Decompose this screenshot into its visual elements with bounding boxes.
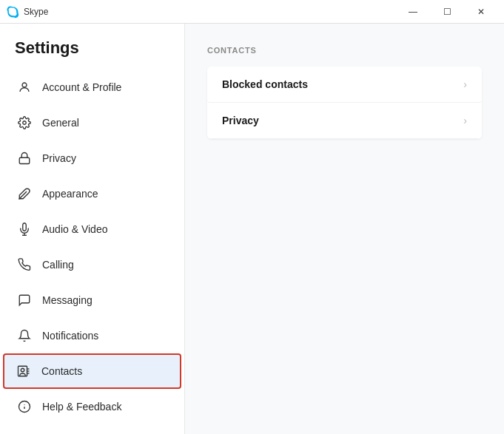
sidebar-item-label: Help & Feedback (42, 401, 121, 413)
gear-icon (17, 115, 32, 130)
privacy-label: Privacy (222, 115, 259, 126)
chevron-right-icon: › (463, 78, 467, 90)
section-label: CONTACTS (207, 46, 482, 55)
svg-point-1 (23, 121, 27, 125)
skype-logo-icon (6, 5, 19, 18)
blocked-contacts-label: Blocked contacts (222, 78, 308, 90)
close-button[interactable]: ✕ (464, 0, 498, 24)
content-area: CONTACTS Blocked contacts › Privacy › (185, 24, 504, 434)
person-icon (17, 80, 32, 95)
lock-icon (17, 151, 32, 166)
sidebar-item-label: General (42, 117, 79, 129)
chat-icon (17, 293, 32, 308)
main-content: Settings Account & Profile General (0, 24, 504, 434)
sidebar-item-label: Appearance (42, 188, 98, 200)
sidebar-item-messaging[interactable]: Messaging (0, 282, 184, 318)
svg-point-0 (22, 83, 27, 87)
sidebar-item-calling[interactable]: Calling (0, 247, 184, 282)
contacts-icon (16, 364, 31, 379)
sidebar-item-privacy[interactable]: Privacy (0, 140, 184, 176)
sidebar-item-contacts[interactable]: Contacts (3, 353, 181, 389)
window-controls: — ☐ ✕ (396, 0, 498, 24)
svg-rect-2 (19, 157, 30, 163)
phone-icon (17, 257, 32, 272)
sidebar-header: Settings (0, 24, 184, 69)
sidebar-item-label: Messaging (42, 294, 93, 306)
title-bar: Skype — ☐ ✕ (0, 0, 504, 24)
sidebar-item-notifications[interactable]: Notifications (0, 318, 184, 353)
sidebar-item-label: Contacts (41, 365, 82, 377)
svg-point-10 (21, 368, 24, 372)
sidebar-item-label: Privacy (42, 152, 76, 164)
settings-card: Blocked contacts › Privacy › (207, 67, 482, 139)
mic-icon (17, 222, 32, 237)
sidebar-item-audio-video[interactable]: Audio & Video (0, 211, 184, 247)
info-icon (17, 399, 32, 414)
brush-icon (17, 186, 32, 201)
chevron-right-icon: › (463, 115, 467, 126)
sidebar-item-label: Notifications (42, 330, 98, 342)
blocked-contacts-item[interactable]: Blocked contacts › (207, 67, 482, 103)
sidebar-item-label: Calling (42, 259, 74, 271)
maximize-button[interactable]: ☐ (430, 0, 464, 24)
sidebar-item-label: Account & Profile (42, 81, 121, 93)
sidebar-item-appearance[interactable]: Appearance (0, 176, 184, 211)
settings-heading: Settings (15, 38, 169, 58)
title-bar-left: Skype (6, 5, 396, 18)
sidebar-item-general[interactable]: General (0, 105, 184, 140)
sidebar-item-help[interactable]: Help & Feedback (0, 389, 184, 424)
sidebar: Settings Account & Profile General (0, 24, 185, 434)
bell-icon (17, 328, 32, 343)
sidebar-item-label: Audio & Video (42, 223, 107, 235)
sidebar-item-account[interactable]: Account & Profile (0, 69, 184, 105)
app-title: Skype (24, 7, 48, 17)
svg-line-3 (19, 191, 27, 200)
privacy-item[interactable]: Privacy › (207, 103, 482, 139)
minimize-button[interactable]: — (396, 0, 430, 24)
